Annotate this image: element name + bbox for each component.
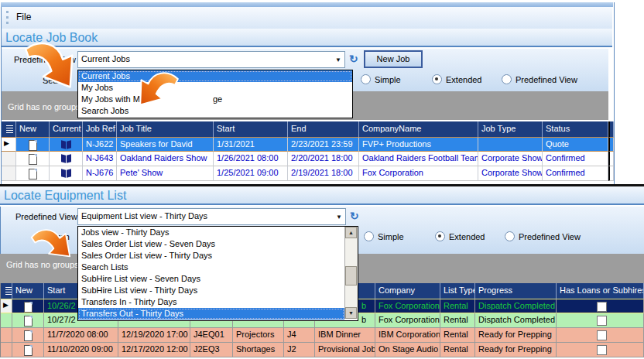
cell-progress: Dispatch Completed (475, 313, 557, 328)
scrollbar-thumb[interactable] (345, 266, 357, 285)
radio-extended[interactable]: Extended (435, 231, 485, 243)
cell-company: Fox Corporation (375, 313, 440, 328)
checkbox-unchecked[interactable] (597, 316, 607, 326)
cell-job-ref: N-J643 (83, 152, 117, 166)
cell-progress: Ready for Prepping (475, 328, 557, 343)
dropdown-item-current-jobs[interactable]: Current Jobs (78, 70, 352, 82)
row-selector: ▶ (2, 137, 16, 152)
radio-circle[interactable] (364, 231, 374, 241)
combo-value: Equipment List view - Thirty Days (81, 211, 207, 221)
cell-job: IBM Dinner (315, 328, 375, 343)
col-header-start[interactable]: Start (214, 121, 288, 137)
menu-file[interactable]: File (16, 12, 31, 22)
col-header-job-ref[interactable]: Job Ref (83, 121, 117, 137)
refresh-icon[interactable]: ↻ (350, 210, 359, 222)
col-header-has-loans[interactable]: Has Loans or Subhires (557, 283, 644, 299)
chevron-down-icon[interactable]: ▼ (335, 56, 341, 63)
dropdown-item[interactable]: SubHire List view - Seven Days (78, 273, 344, 285)
col-header-status[interactable]: Status (543, 121, 608, 137)
new-job-button[interactable]: New Job (364, 50, 423, 68)
cell-description: Projectors (233, 328, 284, 343)
col-header-job-title[interactable]: Job Title (117, 121, 214, 137)
col-header-list-type[interactable]: List Type (440, 283, 475, 299)
radio-simple[interactable]: Simple (361, 74, 401, 86)
dropdown-item[interactable]: SubHire List view - Thirty Days (78, 285, 344, 296)
cell-status: Quote (543, 137, 608, 152)
cell-job: Provisional Job (315, 343, 375, 357)
radio-predefined-view[interactable]: Predefined View (502, 74, 577, 86)
col-header-current[interactable]: Current (50, 121, 83, 137)
scroll-up-button[interactable]: ▲ (345, 227, 357, 238)
col-header-end[interactable]: End (288, 121, 359, 137)
row-selector (2, 152, 16, 166)
row-selector (2, 166, 16, 181)
predefined-view-combo[interactable]: Equipment List view - Thirty Days ▼ (77, 208, 346, 225)
col-header-clipped[interactable]: N (608, 121, 614, 137)
menu-grip-handle[interactable] (6, 11, 11, 24)
dropdown-item-search-jobs[interactable]: Search Jobs (78, 105, 352, 117)
row-selector: ▶ (1, 299, 12, 313)
table-row[interactable]: N-J676 Pete' Show 1/25/2021 09:00 2/19/2… (2, 166, 613, 181)
radio-circle[interactable] (361, 74, 371, 84)
table-row[interactable]: 11/7/2020 08:00 12/19/2020 17:00 J4EQ01 … (1, 328, 644, 343)
cell-list-ref: J2EQ3 (190, 343, 233, 357)
checkbox-unchecked[interactable] (597, 302, 607, 312)
row-selector (1, 313, 12, 328)
dropdown-item[interactable]: Sales Order List view - Thirty Days (78, 250, 344, 262)
cell-has-loans (557, 343, 644, 357)
radio-circle[interactable] (502, 74, 512, 84)
cell-start: 1/25/2021 09:00 (214, 166, 288, 181)
table-row[interactable]: 11/10/2020 09:00 12/17/2020 12:00 J2EQ3 … (1, 343, 644, 357)
cell-job-title: Pete' Show (117, 166, 214, 181)
cell-status: Confirmed (543, 166, 608, 181)
dropdown-item-transfers-out[interactable]: Transfers Out - Thirty Days (78, 308, 344, 320)
cell-job-title: Oakland Raiders Show (117, 152, 214, 166)
cell-end: 12/19/2020 17:00 (118, 328, 190, 343)
cell-list-type: Rental (440, 343, 475, 357)
job-grid: New Current Job Ref Job Title Start End … (2, 121, 613, 181)
col-header-company[interactable]: CompanyName (359, 121, 478, 137)
refresh-icon[interactable]: ↻ (349, 53, 358, 65)
table-row[interactable]: ▶ N-J622 Speakers for David 1/31/2021 2/… (2, 137, 613, 152)
dropdown-item[interactable]: Transfers In - Thirty Days (78, 296, 344, 308)
cell-list-ref: J4EQ01 (190, 328, 233, 343)
checkbox-unchecked[interactable] (597, 330, 607, 340)
new-document-icon (24, 316, 33, 327)
col-header-new[interactable]: New (12, 283, 44, 299)
checkbox-unchecked[interactable] (597, 345, 607, 355)
dropdown-scrollbar[interactable]: ▲ ▼ (344, 227, 358, 319)
radio-circle-selected[interactable] (435, 231, 445, 241)
chevron-down-icon[interactable]: ▼ (336, 214, 342, 221)
cell-end: 2/23/2021 23:59 (288, 137, 359, 152)
job-book-panel-title: Locate Job Book (2, 29, 612, 47)
new-document-icon (29, 169, 37, 180)
cell-company: Fox Corporation (359, 166, 478, 181)
cell-company: On Stage Audio (375, 343, 440, 357)
table-row[interactable]: N-J643 Oakland Raiders Show 1/26/2021 08… (2, 152, 613, 166)
cell-end: 12/17/2020 12:00 (118, 343, 190, 357)
dropdown-item[interactable]: Jobs view - Thirty Days (78, 227, 344, 238)
radio-simple[interactable]: Simple (364, 231, 404, 243)
col-header-company[interactable]: Company (375, 283, 440, 299)
dropdown-item-search-lists[interactable]: Search Lists (78, 262, 344, 273)
col-header-progress[interactable]: Progress (475, 283, 557, 299)
dropdown-item-my-jobs[interactable]: My Jobs (78, 82, 352, 94)
radio-circle-selected[interactable] (432, 74, 442, 84)
cell-job-ref: N-J622 (83, 137, 117, 152)
dropdown-item-my-jobs-with-main[interactable]: My Jobs with Main ge (78, 94, 352, 105)
radio-extended[interactable]: Extended (432, 74, 481, 86)
radio-predefined-view[interactable]: Predefined View (505, 231, 581, 243)
cell-job-ref: J2 (284, 343, 315, 357)
predefined-view-dropdown-list: Jobs view - Thirty Days Sales Order List… (77, 226, 358, 321)
row-selector (1, 343, 12, 357)
radio-circle[interactable] (505, 231, 515, 241)
scroll-down-button[interactable]: ▼ (345, 307, 357, 319)
open-book-icon (60, 169, 72, 178)
col-header-job-type[interactable]: Job Type (478, 121, 543, 137)
cell-job-type: Corporate Show (478, 152, 543, 166)
dropdown-item[interactable]: Sales Order List view - Seven Days (78, 238, 344, 250)
search-label: Search (43, 76, 70, 85)
new-document-icon (24, 302, 33, 313)
col-header-new[interactable]: New (16, 121, 50, 137)
predefined-view-combo[interactable]: Current Jobs ▼ (77, 51, 345, 68)
